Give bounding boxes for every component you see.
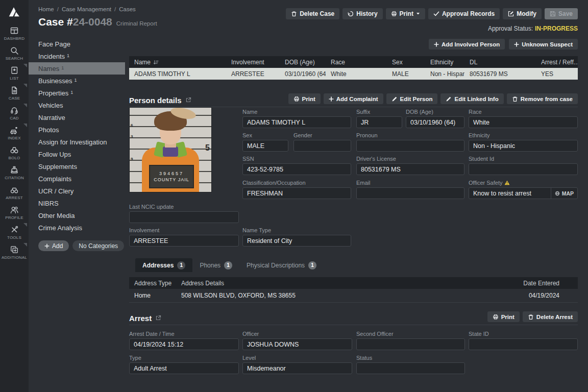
second-officer-input[interactable] [356,338,465,350]
tab-phones[interactable]: Phones 1 [192,258,239,272]
involvement-input[interactable] [129,235,239,247]
last-ncic-input[interactable] [129,211,239,223]
rail-item-citation[interactable]: CITATION [0,163,29,183]
add-category-button[interactable]: Add [38,240,69,251]
case-nav-names[interactable]: Names1 [29,62,125,75]
case-nav-assign-for-investigation[interactable]: Assign for Investigation [29,136,125,148]
case-nav-face-page[interactable]: Face Page [29,38,125,50]
rail-item-dashboard[interactable]: DASHBRD [0,23,29,43]
save-button[interactable]: Save [545,8,578,19]
rail-item-tools[interactable]: TOOLS [0,223,29,242]
gender-input[interactable] [293,140,351,152]
race-input[interactable] [469,116,578,128]
dob-input[interactable] [406,116,464,128]
breadcrumb-cases[interactable]: Cases [119,6,136,12]
field-label: State ID [469,331,578,337]
rail-item-profile[interactable]: PROFILE [0,203,29,223]
classification-input[interactable] [242,187,351,199]
col-address-type[interactable]: Address Type [129,277,176,289]
table-row[interactable]: ADAMS TIMOTHY L ARRESTEE 03/10/1960 (64)… [129,68,578,80]
col-sex[interactable]: Sex [387,56,425,68]
officer-input[interactable] [242,338,352,350]
case-nav-businesses[interactable]: Businesses1 [29,75,125,87]
case-nav-complaints[interactable]: Complaints [29,173,125,185]
case-title-prefix: Case # [38,16,73,28]
delete-arrest-button[interactable]: Delete Arrest [523,311,578,322]
table-row[interactable]: Home 508 WILSON BLVD, OXFORD, MS 38655 0… [129,289,578,303]
tab-physical-descriptions[interactable]: Physical Descriptions 1 [239,258,324,272]
rail-item-cad[interactable]: CAD [0,103,29,123]
add-complaint-button[interactable]: Add Complaint [324,93,383,104]
rail-item-search[interactable]: SEARCH [0,43,29,63]
rail-item-arrest[interactable]: ARREST [0,183,29,203]
suffix-input[interactable] [356,116,402,128]
rail-item-list[interactable]: LIST [0,63,29,83]
external-link-icon[interactable] [155,315,161,321]
ssn-input[interactable] [242,163,351,175]
name-input[interactable] [242,116,351,128]
case-nav-crime-analysis[interactable]: Crime Analysis [29,222,125,234]
pronoun-input[interactable] [356,140,464,152]
add-involved-person-button[interactable]: Add Involved Person [429,39,505,50]
drivers-license-input[interactable] [356,163,464,175]
approval-records-button[interactable]: Approval Records [428,8,500,19]
field-state-id: State ID [469,331,578,350]
col-ethnicity[interactable]: Ethnicity [425,56,464,68]
field-label: Name Type [242,227,351,233]
printer-icon [293,96,300,102]
rail-item-index[interactable]: INDEX [0,123,29,143]
history-button[interactable]: History [342,8,382,19]
app-logo[interactable] [0,0,29,23]
case-nav-photos[interactable]: Photos [29,124,125,136]
officer-safety-input[interactable] [469,188,551,199]
col-arrest[interactable]: Arrest / Reff... [536,56,578,68]
email-input[interactable] [356,187,464,199]
arrest-datetime-input[interactable] [129,338,239,350]
ethnicity-input[interactable] [469,140,578,152]
arrest-type-input[interactable] [129,362,239,374]
rail-item-additional[interactable]: ADDITIONAL [0,242,29,262]
map-button[interactable]: MAP [551,188,577,199]
sex-input[interactable] [242,140,288,152]
case-nav-vehicles[interactable]: Vehicles [29,99,125,111]
case-nav-nibrs[interactable]: NIBRS [29,197,125,209]
unknown-suspect-button[interactable]: Unknown Suspect [509,39,578,50]
case-nav-properties[interactable]: Properties1 [29,87,125,99]
col-race[interactable]: Race [326,56,387,68]
rail-item-case[interactable]: CASE [0,83,29,103]
external-link-icon[interactable] [185,97,191,103]
section-title: Person details [129,96,182,105]
case-nav-follow-ups[interactable]: Follow Ups [29,148,125,160]
tab-addresses[interactable]: Addresses 1 [135,258,192,272]
case-nav-narrative[interactable]: Narrative [29,111,125,124]
case-nav-incidents[interactable]: Incidents1 [29,50,125,62]
plus-icon [514,42,519,47]
arrest-print-button[interactable]: Print [487,311,520,322]
delete-case-button[interactable]: Delete Case [286,8,339,19]
rail-item-bolo[interactable]: BOLO [0,143,29,163]
col-dl[interactable]: DL [464,56,536,68]
state-id-input[interactable] [469,338,578,350]
edit-person-button[interactable]: Edit Person [386,93,438,104]
name-type-input[interactable] [242,235,351,247]
col-involvement[interactable]: Involvement [226,56,280,68]
student-id-input[interactable] [469,163,578,175]
col-address-details[interactable]: Address Details [176,277,501,289]
modify-button[interactable]: Modify [503,8,542,19]
remove-from-case-button[interactable]: Remove from case [507,93,578,104]
col-dob[interactable]: DOB (Age) [280,56,326,68]
case-nav-ucr-clery[interactable]: UCR / Clery [29,185,125,197]
arrest-status-input[interactable] [356,362,465,374]
nav-label: Businesses [38,77,72,85]
col-name[interactable]: Name [129,56,226,68]
col-date-entered[interactable]: Date Entered [501,277,578,289]
arrest-level-input[interactable] [242,362,352,374]
breadcrumb-case-management[interactable]: Case Management [62,6,111,12]
edit-linked-info-button[interactable]: Edit Linked Info [440,93,503,104]
print-dropdown-button[interactable]: Print [386,8,425,19]
person-print-button[interactable]: Print [288,93,321,104]
case-nav-other-media[interactable]: Other Media [29,209,125,222]
case-nav-supplements[interactable]: Supplements [29,160,125,173]
breadcrumb-home[interactable]: Home [38,6,54,12]
mugshot-photo[interactable]: 6 3 9 5 394657 COUNTY JAIL [129,107,212,192]
